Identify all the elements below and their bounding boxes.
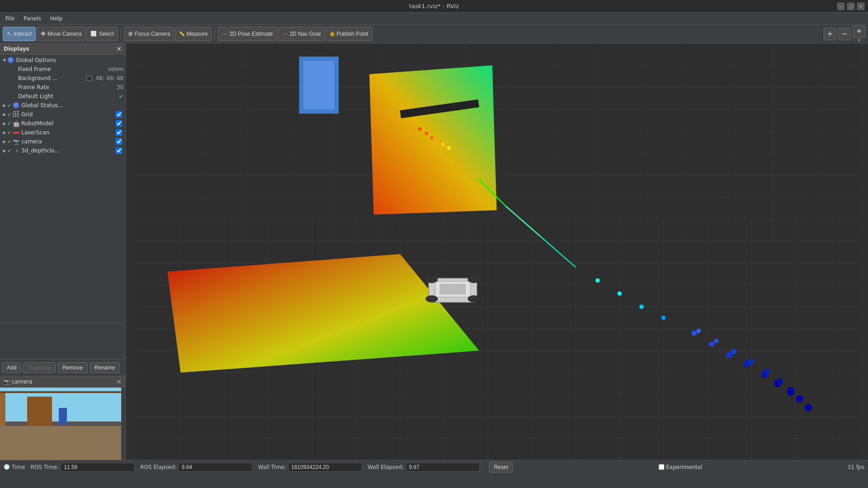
svg-point-80	[764, 369, 770, 375]
fps-value: 31 fps	[848, 464, 864, 470]
pointcloud-expand[interactable]: ▶	[2, 148, 7, 153]
ros-elapsed-input[interactable]	[178, 463, 252, 472]
displays-header: Displays ✕	[0, 43, 125, 55]
robot-model-item[interactable]: ▶ ✓ 🤖 RobotModel	[0, 119, 125, 128]
measure-button[interactable]: 📏 Measure	[175, 27, 212, 41]
laser-scan-item[interactable]: ▶ ✓ LaserScan	[0, 128, 125, 137]
zoom-out-button[interactable]: −	[838, 28, 851, 40]
svg-point-68	[661, 316, 666, 320]
svg-rect-99	[440, 284, 466, 294]
remove-button[interactable]: Remove	[57, 362, 88, 373]
maximize-button[interactable]: □	[847, 3, 854, 10]
fixed-frame-value: odom	[108, 66, 123, 72]
fixed-frame-item[interactable]: Fixed Frame odom	[0, 65, 125, 74]
frame-rate-item[interactable]: Frame Rate 30	[0, 83, 125, 92]
displays-title: Displays	[4, 46, 29, 52]
separator-2	[214, 28, 215, 40]
rename-button[interactable]: Rename	[90, 362, 120, 373]
background-item[interactable]: Background ... 48; 48; 48	[0, 74, 125, 83]
nav-label: 2D Nav Goal	[289, 31, 321, 37]
global-status-label: Global Status...	[21, 102, 123, 109]
menu-help[interactable]: Help	[47, 14, 66, 23]
global-options-label: Global Options	[16, 57, 123, 63]
move-camera-button[interactable]: ✥ Move Camera	[37, 27, 85, 41]
pointcloud-checkbox[interactable]	[116, 147, 122, 154]
laser-scan-expand[interactable]: ▶	[2, 130, 7, 135]
left-panel: Displays ✕ ▼ Global Options Fixed Frame …	[0, 43, 126, 460]
robot-model-checkbox[interactable]	[116, 120, 122, 127]
move-camera-label: Move Camera	[47, 31, 81, 37]
robot-model-label: RobotModel	[21, 120, 116, 127]
global-status-expand[interactable]: ▶	[2, 103, 7, 108]
menu-file[interactable]: File	[2, 14, 18, 23]
svg-rect-6	[0, 391, 121, 393]
robot-model-icon: 🤖	[13, 120, 20, 127]
reset-button[interactable]: Reset	[489, 462, 513, 473]
svg-point-84	[805, 404, 812, 412]
grid-expand[interactable]: ▶	[2, 112, 7, 117]
wall-time-input[interactable]	[288, 463, 362, 472]
svg-point-66	[617, 291, 622, 296]
close-button[interactable]: ✕	[857, 3, 864, 10]
measure-icon: 📏	[179, 31, 185, 36]
svg-point-90	[447, 146, 451, 150]
viewport-svg	[126, 43, 868, 460]
camera-view	[0, 388, 121, 460]
pose-estimate-button[interactable]: → 2D Pose Estimate	[218, 27, 277, 41]
experimental-section: Experimental	[659, 464, 702, 470]
svg-point-82	[787, 387, 794, 393]
robot-model-expand[interactable]: ▶	[2, 121, 7, 126]
svg-point-89	[441, 142, 445, 146]
ros-elapsed-section: ROS Elapsed:	[140, 463, 252, 472]
svg-point-88	[436, 140, 439, 143]
add-button[interactable]: Add	[2, 362, 21, 373]
displays-close-button[interactable]: ✕	[116, 45, 122, 52]
background-label: Background ...	[18, 75, 86, 81]
svg-point-70	[709, 341, 715, 347]
duplicate-button[interactable]: Duplicate	[23, 362, 56, 373]
camera-panel-close-button[interactable]: ✕	[116, 378, 122, 385]
grid-item[interactable]: ▶ ✓ Grid	[0, 110, 125, 119]
laser-scan-checkbox[interactable]	[116, 129, 122, 136]
camera-label: camera	[21, 138, 116, 145]
resize-handle[interactable]	[865, 43, 868, 460]
svg-point-76	[697, 329, 701, 333]
clock-icon: 🕐	[4, 464, 10, 470]
background-color-value: 48; 48; 48	[95, 75, 123, 81]
ros-time-input[interactable]	[61, 463, 135, 472]
minimize-button[interactable]: —	[837, 3, 844, 10]
measure-label: Measure	[186, 31, 208, 37]
eye-button[interactable]: 👁	[853, 25, 865, 38]
grid-check: ✓	[7, 112, 11, 118]
default-light-item[interactable]: Default Light ✓	[0, 92, 125, 101]
publish-point-button[interactable]: ◉ Publish Point	[326, 27, 372, 41]
global-status-item[interactable]: ▶ ✓ Global Status...	[0, 101, 125, 110]
camera-panel: 📷 camera ✕	[0, 376, 125, 460]
menu-panels[interactable]: Panels	[20, 14, 45, 23]
pointcloud-item[interactable]: ▶ ✓ :::: 3d_depthclo...	[0, 146, 125, 155]
time-section-title: 🕐 Time	[4, 464, 25, 470]
move-camera-icon: ✥	[41, 30, 46, 37]
interact-button[interactable]: ↖ Interact	[3, 27, 36, 41]
global-options-expand[interactable]: ▼	[2, 57, 7, 63]
toolbar-right: + − 👁 ▼	[824, 25, 865, 43]
svg-rect-1	[0, 424, 121, 460]
focus-camera-button[interactable]: ⊕ Focus Camera	[124, 27, 175, 41]
zoom-in-button[interactable]: +	[824, 28, 836, 40]
camera-item[interactable]: ▶ ✓ 📷 camera	[0, 137, 125, 146]
ros-time-section: ROS Time:	[30, 463, 135, 472]
properties-area	[0, 323, 125, 360]
wall-elapsed-input[interactable]	[406, 463, 480, 472]
camera-expand[interactable]: ▶	[2, 139, 7, 144]
camera-checkbox[interactable]	[116, 138, 122, 145]
svg-point-77	[714, 339, 718, 343]
main-layout: Displays ✕ ▼ Global Options Fixed Frame …	[0, 43, 868, 460]
global-options-item[interactable]: ▼ Global Options	[0, 56, 125, 65]
grid-checkbox[interactable]	[116, 111, 122, 118]
viewport[interactable]	[126, 43, 868, 460]
menu-bar: File Panels Help	[0, 13, 868, 24]
laser-scan-icon	[13, 129, 20, 136]
experimental-checkbox[interactable]	[659, 464, 664, 470]
select-button[interactable]: ⬜ Select	[86, 27, 118, 41]
nav-goal-button[interactable]: → 2D Nav Goal	[278, 27, 325, 41]
